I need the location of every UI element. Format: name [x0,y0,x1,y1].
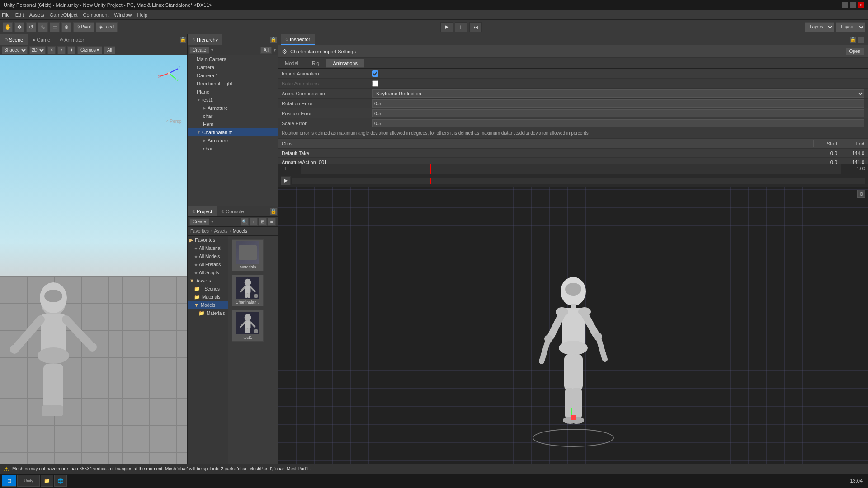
import-animation-checkbox[interactable] [372,70,378,77]
hand-tool-btn[interactable]: ✋ [3,22,13,32]
hier-create-btn[interactable]: Create [189,47,209,54]
project-lock-btn[interactable]: 🔒 [270,208,277,215]
proj-tree-allprefabs[interactable]: ★ All Prefabs [188,260,228,268]
anim-play-btn[interactable]: ▶ [281,176,291,185]
hier-item-char2[interactable]: char [188,145,278,153]
open-button[interactable]: Open [845,47,864,55]
file-materials-folder[interactable]: Materials [232,239,264,271]
gizmos-btn[interactable]: Gizmos ▾ [77,46,102,54]
window-controls[interactable]: _ □ × [842,2,864,8]
proj-tree-assets[interactable]: ▼ Assets [188,277,228,285]
move-tool-btn[interactable]: ✥ [14,22,24,32]
tab-hierarchy[interactable]: ⊙ Hierarchy [188,34,222,45]
scene-lock-btn[interactable]: 🔒 [180,37,186,43]
subtab-rig[interactable]: Rig [305,59,326,68]
inspector-menu-btn[interactable]: ≡ [858,37,864,43]
hier-item-charfinalanim[interactable]: ▼ Charfinalanim [188,128,278,136]
maximize-btn[interactable]: □ [850,2,856,8]
scale-tool-btn[interactable]: ⤡ [38,22,48,32]
menu-edit[interactable]: Edit [15,12,24,18]
lighting-icon[interactable]: ☀ [47,46,56,54]
proj-tree-allscripts[interactable]: ★ All Scripts [188,268,228,277]
layout-dropdown[interactable]: Layout [836,22,865,32]
audio-icon[interactable]: ♪ [57,46,66,54]
scale-error-input[interactable] [372,119,864,127]
hier-item-plane[interactable]: Plane [188,88,278,96]
menu-help[interactable]: Help [137,12,147,18]
minimize-btn[interactable]: _ [842,2,848,8]
proj-tree-model-materials[interactable]: 📁 Materials [188,309,228,317]
proj-grid-icon[interactable]: ⊞ [259,218,267,226]
proj-tree-allmaterial[interactable]: ★ All Material [188,244,228,252]
proj-upload-icon[interactable]: ↑ [250,218,258,226]
timeline-scrubber[interactable] [301,164,841,174]
bake-animations-checkbox[interactable] [372,80,378,87]
menu-window[interactable]: Window [114,12,132,18]
menu-file[interactable]: File [2,12,10,18]
proj-tree-allmodels[interactable]: ★ All Models [188,252,228,260]
pivot-btn[interactable]: ⊙ Pivot [73,22,94,32]
file-test1[interactable]: test1 [232,310,264,342]
inspector-lock-btn[interactable]: 🔒 [850,37,856,43]
menu-assets[interactable]: Assets [29,12,44,18]
rotate-tool-btn[interactable]: ↺ [26,22,36,32]
layers-dropdown[interactable]: Layers [805,22,834,32]
rect-tool-btn[interactable]: ▭ [50,22,60,32]
hier-item-test1[interactable]: ▼ test1 [188,96,278,104]
hier-item-armature1[interactable]: ▶ Armature [188,104,278,112]
hier-item-camera1[interactable]: Camera 1 [188,71,278,80]
tab-project[interactable]: ⊙ Project [188,206,217,216]
file-charfinalanim[interactable]: Charfinalan... [232,275,264,306]
viewport-settings-btn[interactable]: ⚙ [857,190,865,198]
hier-item-hemi[interactable]: Hemi [188,120,278,128]
menu-gameobject[interactable]: GameObject [50,12,78,18]
hier-all-btn[interactable]: All [260,47,272,54]
hier-item-armature2[interactable]: ▶ Armature [188,136,278,145]
hier-item-maincamera[interactable]: Main Camera [188,55,278,63]
proj-tree-models[interactable]: ▼ Models [188,301,228,309]
favorites-breadcrumb[interactable]: Favorites [190,229,209,234]
proj-search-icon[interactable]: 🔍 [241,218,249,226]
subtab-model[interactable]: Model [278,59,305,68]
taskbar-chrome[interactable]: 🌐 [54,475,67,487]
proj-tree-scenes[interactable]: 📁 _Scenes [188,285,228,293]
anim-timeline-track[interactable] [292,178,865,184]
rotation-error-input[interactable] [372,99,864,108]
hier-item-char1[interactable]: char [188,112,278,120]
pause-btn[interactable]: ⏸ [455,22,467,32]
tab-inspector[interactable]: ⊙ Inspector [281,34,315,45]
proj-tree-materials[interactable]: 📁 Materials [188,293,228,301]
play-btn[interactable]: ▶ [440,22,453,32]
scene-viewport[interactable]: Z Y X < Persp [0,55,187,480]
menu-component[interactable]: Component [83,12,108,18]
clip-row-0[interactable]: Default Take 0.0 144.0 [278,149,868,158]
dimension-select[interactable]: 2D [29,46,46,54]
tab-game[interactable]: ▶ Game [28,34,55,45]
tab-scene[interactable]: ⊙ Scene [0,34,28,45]
all-label-btn[interactable]: All [104,46,115,54]
hierarchy-lock-btn[interactable]: 🔒 [270,37,277,43]
close-btn[interactable]: × [858,2,864,8]
effects-icon[interactable]: ✦ [67,46,75,54]
step-btn[interactable]: ⏭ [469,22,482,32]
tab-animator[interactable]: ⊛ Animator [55,34,89,45]
shading-mode-select[interactable]: Shaded [2,46,28,54]
subtab-animations[interactable]: Animations [326,59,364,68]
start-btn[interactable]: ⊞ [2,475,16,487]
taskbar-explorer[interactable]: 📁 [41,475,53,487]
animation-viewport[interactable]: 2:11 (041.0%) ⚙ [278,187,868,479]
proj-list-icon[interactable]: ≡ [268,218,276,226]
inspector-tab-bar: ⊙ Inspector 🔒 ≡ [278,34,868,45]
tab-console[interactable]: ⊙ Console [217,206,248,216]
anim-compression-select[interactable]: Keyframe Reduction [372,89,864,98]
proj-create-btn[interactable]: Create [189,218,209,225]
local-btn[interactable]: ◈ Local [96,22,118,32]
clip-row-1[interactable]: ArmatureAction_001 0.0 141.0 [278,158,868,164]
transform-tool-btn[interactable]: ⊕ [61,22,71,32]
assets-breadcrumb[interactable]: Assets [214,229,227,234]
taskbar-unity[interactable]: Unity [17,475,40,487]
hier-item-directionallight[interactable]: Directional Light [188,80,278,88]
position-error-input[interactable] [372,109,864,117]
hier-item-camera[interactable]: Camera [188,63,278,71]
proj-tree-favorites[interactable]: ▶ Favorites [188,236,228,244]
